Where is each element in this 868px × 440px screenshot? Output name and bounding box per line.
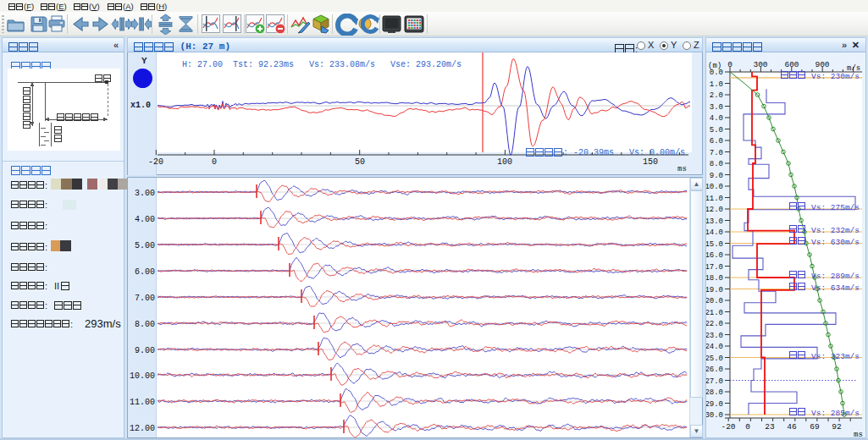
svg-text:12.0: 12.0	[706, 206, 723, 214]
svg-text:13.0: 13.0	[706, 217, 723, 226]
svg-text:22.0: 22.0	[706, 320, 723, 328]
svg-text:20.0: 20.0	[706, 297, 723, 305]
svg-text:3.00: 3.00	[135, 189, 155, 198]
svg-text:18.0: 18.0	[706, 274, 723, 283]
svg-text:6.00: 6.00	[135, 267, 155, 277]
svg-text:0: 0	[212, 157, 217, 167]
svg-text:16.0: 16.0	[706, 251, 723, 260]
svg-text:92: 92	[832, 422, 842, 432]
svg-text:1.0: 1.0	[710, 80, 723, 89]
svg-text:-20: -20	[148, 157, 163, 167]
svg-text:5.0: 5.0	[710, 126, 723, 135]
svg-text:3.0: 3.0	[710, 103, 723, 112]
svg-text:9.0: 9.0	[710, 172, 723, 180]
svg-text:46: 46	[787, 422, 797, 432]
svg-text:9.00: 9.00	[135, 346, 155, 355]
svg-text:150: 150	[643, 157, 658, 167]
svg-text:11.00: 11.00	[130, 398, 155, 407]
svg-text:7.0: 7.0	[710, 149, 723, 157]
svg-text:23: 23	[765, 422, 775, 432]
svg-text:2.0: 2.0	[710, 91, 723, 100]
svg-text:0: 0	[727, 60, 733, 69]
svg-text:300: 300	[753, 60, 767, 69]
svg-text:19.0: 19.0	[706, 286, 723, 294]
svg-text:ms: ms	[854, 431, 863, 437]
svg-text:27.0: 27.0	[706, 377, 723, 386]
svg-text:10.0: 10.0	[706, 183, 723, 191]
svg-text:30.0: 30.0	[706, 411, 723, 420]
svg-text:14.0: 14.0	[706, 228, 723, 237]
svg-text:26.0: 26.0	[706, 366, 723, 374]
svg-text:5.00: 5.00	[135, 241, 155, 250]
svg-text:69: 69	[810, 422, 820, 432]
svg-text:25.0: 25.0	[706, 355, 723, 363]
svg-text:11.0: 11.0	[706, 195, 723, 203]
svg-text:50: 50	[355, 157, 365, 167]
svg-text:12.00: 12.00	[130, 424, 155, 433]
svg-text:24.0: 24.0	[706, 343, 723, 351]
svg-text:15.0: 15.0	[706, 240, 723, 249]
svg-text:100: 100	[497, 157, 512, 167]
svg-text:ms: ms	[677, 165, 687, 173]
svg-text:7.00: 7.00	[135, 294, 155, 303]
svg-text:10.00: 10.00	[130, 371, 155, 381]
svg-text:0: 0	[745, 422, 750, 432]
svg-text:4.00: 4.00	[135, 215, 155, 224]
svg-text:8.00: 8.00	[135, 320, 155, 329]
svg-text:17.0: 17.0	[706, 263, 723, 272]
svg-text:21.0: 21.0	[706, 309, 723, 317]
svg-text:8.0: 8.0	[710, 160, 723, 168]
svg-text:0.0: 0.0	[710, 69, 723, 77]
svg-text:6.0: 6.0	[710, 137, 723, 146]
svg-text:-20: -20	[721, 422, 735, 432]
svg-text:23.0: 23.0	[706, 332, 723, 340]
svg-text:28.0: 28.0	[706, 388, 723, 397]
svg-text:4.0: 4.0	[710, 114, 723, 123]
svg-text:29.0: 29.0	[706, 400, 723, 409]
